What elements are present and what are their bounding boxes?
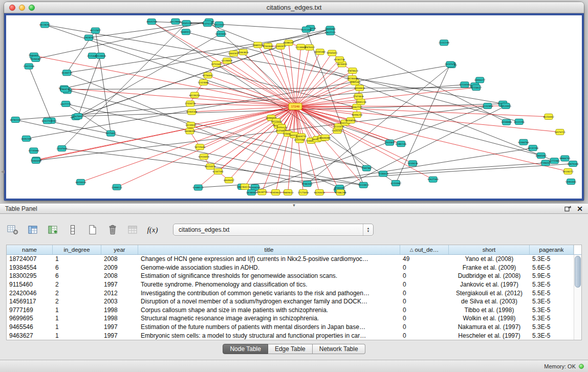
graph-node[interactable]: 90148272 (562, 169, 574, 174)
graph-node[interactable]: 51516500 (459, 82, 470, 87)
graph-node[interactable]: 26508886 (501, 119, 512, 125)
graph-node[interactable]: 86150442 (543, 114, 554, 120)
graph-node[interactable]: 92910059 (199, 154, 210, 160)
scrollbar-thumb[interactable] (575, 256, 581, 288)
graph-node[interactable]: 60228297 (39, 22, 51, 28)
tab-node-table[interactable]: Node Table (223, 344, 268, 354)
graph-node[interactable]: 44995238 (356, 99, 367, 104)
graph-node[interactable]: 16134033 (185, 122, 197, 128)
graph-node[interactable]: 92464168 (186, 109, 198, 115)
graph-node[interactable]: 92627303 (428, 177, 439, 182)
graph-node[interactable]: 65181738 (334, 57, 345, 62)
graph-node[interactable]: 80781542 (10, 117, 21, 123)
network-select[interactable]: citations_edges.txt ▲▼ (173, 224, 374, 236)
graph-node[interactable]: 32735006 (28, 148, 39, 154)
graph-node[interactable]: 91834731 (296, 134, 307, 139)
graph-node[interactable]: 70149236 (407, 161, 419, 166)
graph-node[interactable]: 83805092 (536, 153, 547, 159)
graph-node[interactable]: 21332190 (439, 40, 450, 46)
graph-node[interactable]: 62688121 (193, 185, 204, 190)
close-window-button[interactable] (9, 5, 15, 11)
graph-node[interactable]: 21670911 (73, 114, 84, 119)
graph-node[interactable]: 12094499 (31, 158, 42, 163)
graph-node[interactable]: 25063826 (238, 49, 249, 55)
table-row[interactable]: 1456911722003Disruption of a novel membe… (7, 297, 574, 306)
graph-node[interactable]: 46996250 (352, 112, 363, 118)
table-row[interactable]: 1872400712008Changes of HCN gene express… (7, 255, 574, 264)
graph-node[interactable]: 77074816 (353, 94, 364, 99)
minimize-window-button[interactable] (19, 5, 25, 11)
graph-node[interactable]: 32154997 (390, 180, 402, 186)
graph-node[interactable]: 24731645 (211, 61, 222, 67)
graph-node[interactable]: 43996377 (474, 77, 486, 83)
column-header-name[interactable]: name (7, 245, 53, 254)
graph-node[interactable]: 96293659 (314, 190, 325, 195)
graph-node[interactable]: 25337644 (56, 146, 68, 151)
graph-node[interactable]: 70186024 (378, 171, 389, 177)
graph-node[interactable]: 17697867 (361, 165, 373, 171)
column-header-short[interactable]: short (449, 245, 530, 254)
graph-node[interactable]: 95766642 (202, 73, 213, 78)
graph-hub-node[interactable]: 17240 (289, 103, 302, 110)
graph-node[interactable]: 29085525 (252, 42, 264, 48)
graph-node[interactable]: 81917557 (42, 118, 53, 124)
table-row[interactable]: 911546021997Tourette syndrome. Phenomeno… (7, 280, 574, 289)
graph-node[interactable]: 49197676 (445, 61, 456, 67)
window-titlebar[interactable]: citations_edges.txt (4, 2, 584, 13)
graph-node[interactable]: 52324088 (198, 80, 209, 85)
graph-node[interactable]: 84638755 (256, 189, 268, 195)
graph-node[interactable]: 94355999 (215, 31, 227, 37)
graph-node[interactable]: 61146828 (222, 58, 233, 63)
graph-node[interactable]: 84717877 (90, 28, 101, 33)
graph-node[interactable]: 93565651 (326, 50, 338, 56)
graph-node[interactable]: 10392308 (21, 136, 32, 141)
graph-node[interactable]: 54993481 (565, 179, 577, 185)
graph-node[interactable]: 22692079 (275, 43, 286, 49)
graph-node[interactable]: 59524955 (500, 103, 512, 108)
table-row[interactable]: 1938455462009Genome-wide association stu… (7, 264, 574, 272)
graph-node[interactable]: 13505159 (181, 20, 192, 26)
graph-node[interactable]: 35959922 (270, 190, 281, 195)
graph-node[interactable]: 61882106 (396, 141, 407, 147)
splitter-handle-icon[interactable]: ▾ (293, 203, 295, 208)
graph-node[interactable]: 56725630 (194, 144, 206, 150)
graph-node[interactable]: 64477770 (60, 101, 72, 107)
graph-node[interactable]: 87303682 (263, 43, 274, 49)
graph-node[interactable]: 34049457 (224, 178, 235, 183)
graph-node[interactable]: 68236646 (347, 76, 358, 81)
graph-node[interactable]: 22008121 (112, 184, 123, 190)
create-column-button[interactable] (46, 223, 59, 236)
graph-node[interactable]: 25015268 (24, 63, 35, 69)
graph-node[interactable]: 92480780 (518, 139, 529, 145)
graph-node[interactable]: 18288060 (246, 190, 257, 195)
table-row[interactable]: 946554611997Estimation of the future num… (7, 323, 574, 332)
graph-node[interactable]: 12828267 (83, 35, 95, 40)
graph-node[interactable]: 80879308 (568, 161, 579, 166)
graph-node[interactable]: 64067747 (351, 104, 362, 110)
graph-node[interactable]: 84520949 (95, 53, 106, 59)
graph-node[interactable]: 79849613 (282, 190, 294, 195)
table-row[interactable]: 1830029562008Estimation of significance … (7, 272, 574, 280)
table-row[interactable]: 969969511998Structural magnetic resonanc… (7, 314, 574, 323)
tab-network-table[interactable]: Network Table (313, 344, 365, 354)
collapse-panel-arrow-icon[interactable]: ◄ (0, 169, 6, 174)
close-panel-button[interactable]: ✕ (577, 205, 583, 212)
graph-node[interactable]: 92347395 (213, 169, 224, 174)
graph-node[interactable]: 17035847 (384, 140, 396, 145)
graph-node[interactable]: 17559778 (185, 101, 196, 106)
column-header-out_de[interactable]: △out_de… (400, 245, 449, 254)
column-header-year[interactable]: year (101, 245, 138, 254)
graph-node[interactable]: 37878623 (347, 68, 358, 74)
graph-node[interactable]: 12460224 (239, 184, 251, 189)
graph-node[interactable]: 12232850 (482, 103, 493, 109)
column-header-title[interactable]: title (138, 245, 400, 254)
zoom-window-button[interactable] (29, 5, 35, 11)
table-row[interactable]: 977716911998Corpus callosum shape and si… (7, 306, 574, 315)
graph-node[interactable]: 10579725 (554, 129, 565, 135)
column-header-pagerank[interactable]: pagerank (530, 245, 574, 254)
graph-node[interactable]: 43521932 (214, 21, 225, 27)
import-table-button[interactable] (126, 223, 139, 236)
graph-node[interactable]: 46606088 (320, 135, 331, 140)
graph-node[interactable]: 69129902 (170, 19, 181, 25)
graph-node[interactable]: 86380204 (283, 40, 294, 46)
